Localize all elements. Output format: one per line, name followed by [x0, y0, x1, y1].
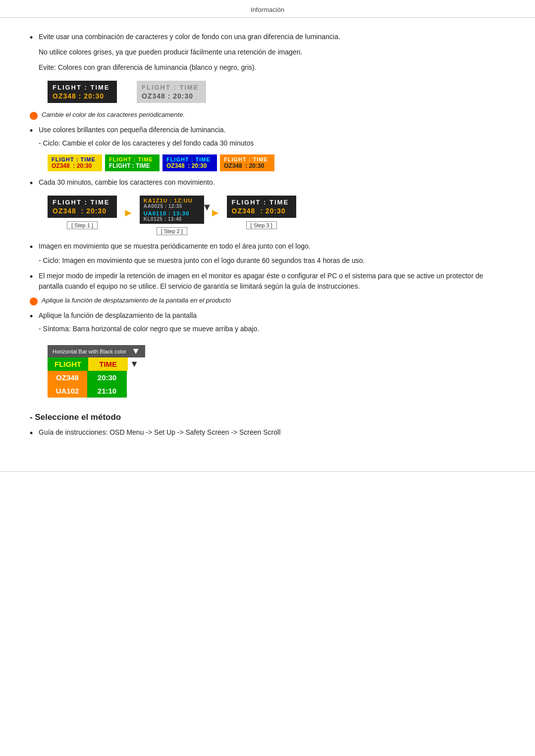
hbar-cell-oz348: OZ348	[48, 371, 87, 384]
cycle-board-1-r1: FLIGHT : TIME	[52, 156, 98, 162]
hbar-demo: Horizontal Bar with Black color ▼ FLIGHT…	[48, 345, 145, 398]
cycle-board-2: FLIGHT : TIME FLIGHT : TIME	[105, 154, 160, 171]
hbar-title: Horizontal Bar with Black color ▼	[48, 345, 145, 357]
step-3: FLIGHT : TIME OZ348 : 20:30 [ Step 3 ]	[227, 196, 296, 229]
page-divider	[0, 471, 535, 472]
page-header: Información	[0, 0, 535, 18]
step2-board: KA1Z1U : 1Z:UU AA0025 : 12:35 UA0110 : 1…	[140, 196, 204, 224]
hbar-title-text: Horizontal Bar with Black color	[53, 349, 126, 354]
step2-board-r1: KA1Z1U : 1Z:UU	[144, 198, 200, 203]
bullet-dot-5: •	[30, 271, 39, 283]
step1-board-r2: OZ348 : 20:30	[53, 207, 112, 215]
bullet-6-text: Aplique la función de desplazamiento de …	[39, 311, 197, 319]
boards-example-1: FLIGHT : TIME OZ348 : 20:30 FLIGHT : TIM…	[48, 81, 505, 103]
bullet-dot-1: •	[30, 32, 39, 44]
icon-bullet-1-text: Cambie el color de los caracteres periód…	[42, 111, 185, 118]
hbar-cell-ua102: UA102	[48, 384, 87, 398]
board-gray-row1: FLIGHT : TIME	[142, 84, 201, 92]
cycle-board-4-r2: OZ348 : 20:30	[224, 162, 270, 169]
bullet-6-sub: - Síntoma: Barra horizontal de color neg…	[39, 324, 505, 334]
hbar-cell-2110: 21:10	[87, 384, 127, 398]
cycle-board-2-r2: FLIGHT : TIME	[109, 162, 156, 169]
hbar-cell-2030: 20:30	[87, 371, 127, 384]
bullet-1-sub2: Evite: Colores con gran diferencia de lu…	[39, 62, 505, 73]
orange-circle-icon-1	[30, 112, 38, 120]
bullet-4: • Imagen en movimiento que se muestra pe…	[30, 241, 505, 266]
cycle-board-3-r2: OZ348 : 20:30	[166, 162, 213, 169]
bullet-6: • Aplique la función de desplazamiento d…	[30, 310, 505, 334]
hbar-row-1: FLIGHT TIME ▼	[48, 357, 145, 371]
bullet-dot-2: •	[30, 125, 39, 137]
step-1: FLIGHT : TIME OZ348 : 20:30 [ Step 1 ]	[48, 196, 117, 229]
cycle-board-1: FLIGHT : TIME OZ348 : 20:30	[48, 154, 102, 171]
down-arrow-hbar-2: ▼	[130, 359, 139, 369]
arrow-step1-to-step2: ►	[123, 206, 134, 219]
flight-board-dark: FLIGHT : TIME OZ348 : 20:30	[48, 81, 117, 103]
cycle-boards: FLIGHT : TIME OZ348 : 20:30 FLIGHT : TIM…	[48, 154, 505, 171]
step3-board-r1: FLIGHT : TIME	[232, 199, 291, 207]
down-arrow-hbar: ▼	[131, 346, 140, 356]
step-2-label: [ Step 2 ]	[157, 227, 187, 235]
bullet-1-text: Evite usar una combinación de caracteres…	[39, 33, 340, 41]
step1-board: FLIGHT : TIME OZ348 : 20:30	[48, 196, 117, 218]
bullet-2-text: Use colores brillantes con pequeña difer…	[39, 126, 225, 134]
icon-bullet-1: Cambie el color de los caracteres periód…	[30, 111, 505, 120]
bullet-5-text: El mejor modo de impedir la retención de…	[39, 271, 505, 292]
step2-board-r2: AA0025 : 12:35	[144, 203, 200, 209]
step3-board: FLIGHT : TIME OZ348 : 20:30	[227, 196, 296, 218]
section-heading: - Seleccione el método	[30, 412, 505, 422]
cycle-board-2-r1: FLIGHT : TIME	[109, 156, 156, 162]
bullet-4-text: Imagen en movimiento que se muestra peri…	[39, 242, 311, 250]
hbar-row-2: OZ348 20:30	[48, 371, 145, 384]
cycle-board-4: FLIGHT : TIME OZ348 : 20:30	[220, 154, 274, 171]
step-3-label: [ Step 3 ]	[246, 221, 277, 229]
step1-board-r1: FLIGHT : TIME	[53, 199, 112, 207]
bullet-3-text: Cada 30 minutos, cambie los caracteres c…	[39, 177, 505, 188]
down-arrow-right-1: ▼	[202, 202, 212, 213]
cycle-board-1-r2: OZ348 : 20:30	[52, 162, 98, 169]
step3-board-r2: OZ348 : 20:30	[232, 207, 291, 215]
hbar-cell-flight: FLIGHT	[48, 357, 88, 371]
cycle-board-3: FLIGHT : TIME OZ348 : 20:30	[162, 154, 217, 171]
icon-bullet-2: Aplique la función de desplazamiento de …	[30, 297, 505, 305]
orange-circle-icon-2	[30, 298, 38, 305]
steps-block: FLIGHT : TIME OZ348 : 20:30 [ Step 1 ] ►…	[48, 196, 505, 235]
step2-board-r4: KL0125 : 13:40	[144, 216, 200, 222]
cycle-board-3-r1: FLIGHT : TIME	[166, 156, 213, 162]
cycle-board-4-r1: FLIGHT : TIME	[224, 156, 270, 162]
step2-board-r3: UA0110 : 13:30	[144, 210, 200, 216]
board-dark-row1: FLIGHT : TIME	[53, 84, 112, 92]
board-gray-row2: OZ348 : 20:30	[142, 92, 201, 100]
bullet-4-sub: - Ciclo: Imagen en movimiento que se mue…	[39, 255, 505, 266]
bullet-dot-4: •	[30, 241, 39, 253]
bullet-3: • Cada 30 minutos, cambie los caracteres…	[30, 177, 505, 190]
board-dark-row2: OZ348 : 20:30	[53, 92, 112, 100]
bullet-1-sub1: No utilice colores grises, ya que pueden…	[39, 47, 505, 57]
step-2: KA1Z1U : 1Z:UU AA0025 : 12:35 UA0110 : 1…	[140, 196, 204, 235]
bullet-5: • El mejor modo de impedir la retención …	[30, 271, 505, 292]
section-bullet-dot: •	[30, 427, 39, 440]
hbar-cell-time: TIME	[88, 357, 128, 371]
bullet-dot-3: •	[30, 177, 39, 190]
bullet-2-sub: - Ciclo: Cambie el color de los caracter…	[39, 138, 505, 149]
step-1-label: [ Step 1 ]	[67, 221, 98, 229]
content-area: • Evite usar una combinación de caracter…	[0, 27, 535, 459]
icon-bullet-2-text: Aplique la función de desplazamiento de …	[42, 297, 231, 304]
bullet-1: • Evite usar una combinación de caracter…	[30, 32, 505, 73]
flight-board-gray: FLIGHT : TIME OZ348 : 20:30	[137, 81, 206, 103]
bullet-2: • Use colores brillantes con pequeña dif…	[30, 125, 505, 149]
bullet-dot-6: •	[30, 310, 39, 323]
hbar-row-3: UA102 21:10	[48, 384, 145, 398]
section-bullet-text: Guía de instrucciones: OSD Menu -> Set U…	[39, 427, 505, 438]
header-title: Información	[251, 6, 284, 13]
section-bullet: • Guía de instrucciones: OSD Menu -> Set…	[30, 427, 505, 440]
